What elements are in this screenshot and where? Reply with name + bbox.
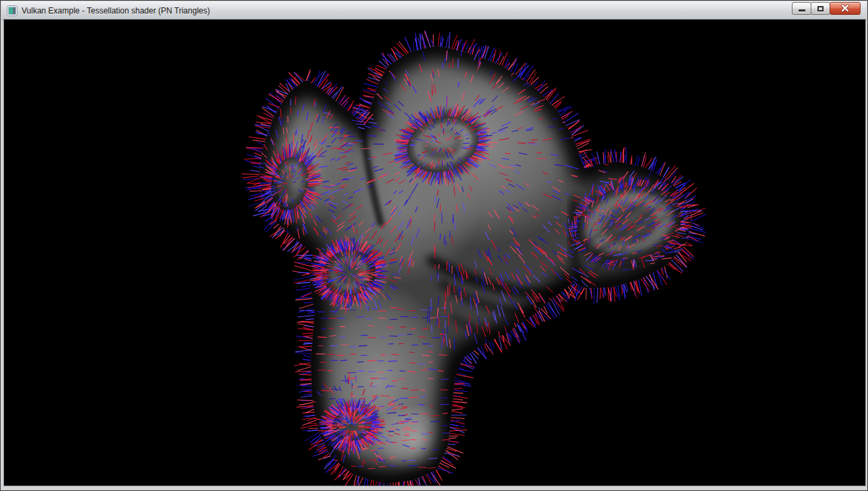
maximize-icon: [817, 6, 824, 11]
window-controls: [793, 2, 861, 15]
minimize-icon: [799, 9, 805, 11]
tessellation-model-render: [4, 20, 865, 486]
application-icon[interactable]: [7, 5, 18, 16]
application-icon-glyph: [7, 5, 18, 16]
app-window: Vulkan Example - Tessellation shader (PN…: [0, 0, 868, 491]
minimize-button[interactable]: [792, 2, 811, 15]
close-button[interactable]: [830, 2, 861, 15]
window-title: Vulkan Example - Tessellation shader (PN…: [22, 6, 210, 16]
title-bar[interactable]: Vulkan Example - Tessellation shader (PN…: [1, 1, 867, 20]
render-viewport[interactable]: [4, 20, 865, 486]
maximize-button[interactable]: [811, 2, 830, 15]
close-icon: [840, 4, 850, 13]
